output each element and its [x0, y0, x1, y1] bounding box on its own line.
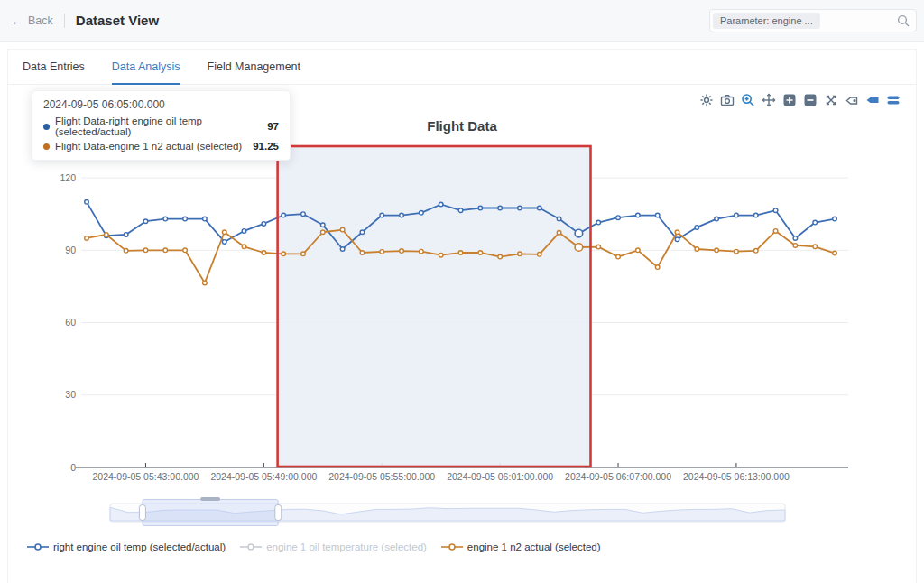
tooltip-series-label: Flight Data-right engine oil temp (selec…: [55, 116, 260, 137]
chart-legend: right engine oil temp (selected/actual) …: [27, 541, 601, 552]
tooltip-row: Flight Data-engine 1 n2 actual (selected…: [43, 141, 279, 152]
legend-item-oil-temp[interactable]: right engine oil temp (selected/actual): [27, 541, 226, 552]
range-slider-window[interactable]: [143, 500, 278, 526]
top-header: ← Back Dataset View Parameter: engine ..…: [0, 0, 924, 42]
legend-line-marker-icon: [441, 542, 463, 551]
search-icon[interactable]: [896, 14, 910, 28]
back-button[interactable]: ← Back: [11, 14, 53, 27]
tooltip-timestamp: 2024-09-05 06:05:00.000: [43, 98, 279, 111]
svg-text:2024-09-05 06:07:00.000: 2024-09-05 06:07:00.000: [565, 471, 671, 482]
tooltip-row: Flight Data-right engine oil temp (selec…: [43, 116, 279, 137]
back-arrow-icon: ←: [11, 14, 23, 27]
pan-icon[interactable]: [762, 93, 776, 107]
search-filter-chip[interactable]: Parameter: engine ...: [713, 13, 820, 29]
range-slider-handle-right[interactable]: [275, 505, 282, 521]
plotly-logo-icon[interactable]: [886, 93, 901, 107]
svg-text:60: 60: [65, 317, 76, 328]
range-slider-grip[interactable]: [200, 497, 220, 501]
chart-modebar: [699, 93, 901, 107]
chart-tooltip: 2024-09-05 06:05:00.000 Flight Data-righ…: [32, 90, 291, 161]
svg-text:2024-09-05 05:55:00.000: 2024-09-05 05:55:00.000: [328, 471, 435, 482]
tab-data-analysis[interactable]: Data Analysis: [112, 60, 180, 85]
svg-text:0: 0: [70, 462, 76, 473]
zoom-icon[interactable]: [741, 93, 755, 107]
search-input[interactable]: Parameter: engine ...: [709, 9, 917, 32]
page-title: Dataset View: [76, 13, 159, 28]
svg-text:90: 90: [65, 245, 76, 255]
svg-text:2024-09-05 06:13:00.000: 2024-09-05 06:13:00.000: [683, 471, 790, 482]
camera-icon[interactable]: [720, 93, 735, 107]
tooltip-series-value: 97: [267, 121, 279, 132]
svg-text:2024-09-05 05:43:00.000: 2024-09-05 05:43:00.000: [92, 471, 199, 482]
range-slider-handle-left[interactable]: [139, 505, 145, 521]
legend-item-oil-temperature[interactable]: engine 1 oil temperature (selected): [240, 541, 427, 552]
tooltip-series-value: 91.25: [253, 141, 279, 152]
zoom-out-icon[interactable]: [803, 93, 818, 107]
chart-region: 03060901201322024-09-05 05:43:00.0002024…: [0, 82, 924, 583]
legend-label: engine 1 n2 actual (selected): [467, 541, 601, 552]
tab-bar: Data Entries Data Analysis Field Managem…: [8, 50, 916, 85]
legend-line-marker-icon: [27, 542, 49, 551]
series-dot-orange: [43, 143, 50, 150]
autoscale-icon[interactable]: [824, 93, 838, 107]
legend-item-n2-actual[interactable]: engine 1 n2 actual (selected): [441, 541, 601, 552]
legend-line-marker-icon: [240, 542, 262, 551]
zoom-in-icon[interactable]: [782, 93, 797, 107]
header-divider: [64, 14, 65, 28]
svg-text:2024-09-05 05:49:00.000: 2024-09-05 05:49:00.000: [210, 471, 317, 482]
tooltip-series-label: Flight Data-engine 1 n2 actual (selected…: [55, 141, 245, 152]
series-dot-blue: [43, 124, 50, 130]
tab-data-entries[interactable]: Data Entries: [23, 60, 85, 84]
hover-compare-icon[interactable]: [865, 93, 880, 107]
svg-text:120: 120: [60, 172, 76, 183]
back-label: Back: [28, 14, 53, 27]
hover-closest-icon[interactable]: [845, 93, 859, 107]
svg-text:2024-09-05 06:01:00.000: 2024-09-05 06:01:00.000: [447, 471, 553, 482]
settings-icon[interactable]: [699, 93, 714, 107]
tab-field-management[interactable]: Field Management: [208, 60, 301, 84]
legend-label: right engine oil temp (selected/actual): [53, 541, 226, 552]
svg-text:30: 30: [65, 389, 76, 400]
legend-label: engine 1 oil temperature (selected): [266, 541, 427, 552]
